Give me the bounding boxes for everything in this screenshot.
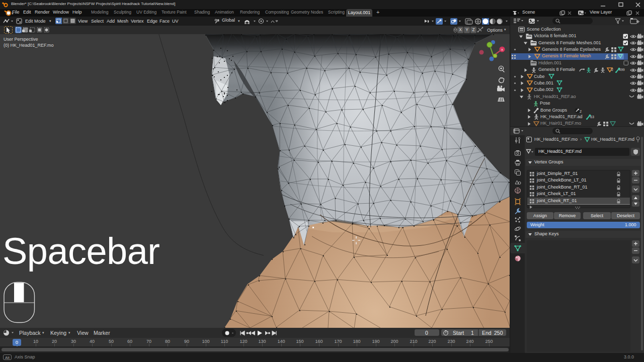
svg-text:User Perspective: User Perspective	[4, 37, 38, 42]
svg-text:(0) HK_Head01_REF.mo: (0) HK_Head01_REF.mo	[4, 43, 54, 48]
svg-text:X: X	[501, 48, 503, 51]
svg-text:2: 2	[580, 110, 582, 113]
svg-text:Spacebar: Spacebar	[3, 230, 160, 272]
